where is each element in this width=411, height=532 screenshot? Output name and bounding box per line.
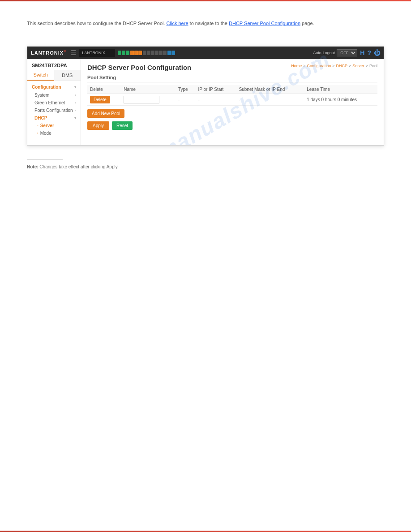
help-icon-btn[interactable]: ? [367,49,371,56]
row-ip-start-cell: - [196,94,236,105]
port-gray-1 [143,51,146,55]
port-orange-1 [130,51,134,55]
breadcrumb-sep2: > [332,64,334,68]
name-input[interactable] [124,96,159,103]
port-blue-2 [171,51,175,55]
sidebar-item-system[interactable]: System ‹ [27,91,81,99]
port-group-blue [167,51,175,55]
auto-logout-dropdown[interactable]: OFF [337,49,357,56]
breadcrumb: Home > Configuration > DHCP > Server > P… [291,64,377,68]
bottom-note-content: Changes take effect after clicking Apply… [39,164,118,169]
port-orange-3 [138,51,142,55]
reset-button[interactable]: Reset [112,121,133,130]
screenshot-container: LANTRONIX® ☰ LANTRONIX [27,46,384,146]
pool-setting-label: Pool Setting [87,75,377,82]
col-subnet-end: Subnet Mask or IP End [236,85,304,94]
bottom-note-title: Note: [27,164,39,169]
row-delete-cell: Delete [87,94,121,105]
port-blue-1 [167,51,171,55]
port-group-green [118,51,129,55]
top-icons: H ? ⏻ [360,49,380,56]
port-gray-4 [155,51,158,55]
auto-logout-label: Auto-Logout [313,51,335,55]
port-green-2 [122,51,125,55]
sidebar-item-server[interactable]: › Server [27,122,81,129]
sidebar-item-dhcp[interactable]: DHCP ▾ [27,114,81,122]
doc-bottom: Note: Changes take effect after clicking… [0,154,411,189]
home-icon-btn[interactable]: H [360,49,364,56]
system-chevron: ‹ [75,93,76,97]
breadcrumb-sep3: > [349,64,351,68]
sidebar-section-configuration[interactable]: Configuration ▾ [27,83,81,91]
col-ip-start: IP or IP Start [196,85,236,94]
doc-bottom-text: Note: Changes take effect after clicking… [27,163,384,171]
config-table: Delete Name Type IP or IP Start Subnet M… [87,85,377,106]
breadcrumb-home[interactable]: Home [291,64,302,68]
device-label: SM24TBT2DPA [27,59,81,70]
breadcrumb-dhcp[interactable]: DHCP [336,64,347,68]
tab-switch[interactable]: Switch [27,70,54,81]
sidebar-item-green-ethernet[interactable]: Green Ethernet ‹ [27,99,81,107]
port-group-orange [130,51,142,55]
logout-icon-btn[interactable]: ⏻ [374,49,380,56]
doc-link-2[interactable]: DHCP Server Pool Configuration [229,21,300,26]
sidebar: SM24TBT2DPA Switch DMS Configuration ▾ S… [27,59,81,145]
port-orange-2 [134,51,138,55]
breadcrumb-pool: Pool [369,64,377,68]
port-group-gray [143,51,167,55]
doc-area: This section describes how to configure … [0,1,411,42]
breadcrumb-config[interactable]: Configuration [307,64,331,68]
panel-header: DHCP Server Pool Configuration Home > Co… [87,64,377,71]
col-delete: Delete [87,85,121,94]
col-name: Name [121,85,176,94]
tab-dms[interactable]: DMS [54,70,81,81]
port-gray-3 [151,51,154,55]
doc-top-paragraph: This section describes how to configure … [27,19,384,28]
lantronix-logo: LANTRONIX® [31,50,66,56]
table-row: Delete - - - 1 days 0 hours 0 minutes [87,94,377,105]
action-row: Apply Reset [87,121,377,130]
top-bar: LANTRONIX® ☰ LANTRONIX [27,47,384,59]
green-ethernet-chevron: ‹ [75,101,76,105]
sidebar-section-configuration-label: Configuration [32,85,61,90]
row-name-cell [121,94,176,105]
breadcrumb-sep4: > [366,64,368,68]
sidebar-item-mode[interactable]: › Mode [27,129,81,137]
port-gray-6 [163,51,167,55]
main-content: SM24TBT2DPA Switch DMS Configuration ▾ S… [27,59,384,145]
row-lease-time-cell: 1 days 0 hours 0 minutes [304,94,377,105]
tab-row: Switch DMS [27,70,81,81]
row-type-cell: - [176,94,196,105]
switch-ui: LANTRONIX® ☰ LANTRONIX [27,47,384,145]
port-visual [118,51,310,55]
breadcrumb-server[interactable]: Server [352,64,364,68]
auto-logout-area: Auto-Logout OFF [313,49,357,56]
col-lease-time: Lease Time [304,85,377,94]
port-gray-5 [159,51,163,55]
panel-title: DHCP Server Pool Configuration [87,64,191,71]
breadcrumb-sep1: > [303,64,305,68]
configuration-chevron: ▾ [74,85,76,89]
panel: DHCP Server Pool Configuration Home > Co… [81,59,384,145]
row-subnet-end-cell: - [236,94,304,105]
sidebar-item-ports-configuration[interactable]: Ports Configuration ‹ [27,107,81,114]
port-green-3 [126,51,129,55]
hamburger-icon[interactable]: ☰ [71,49,77,56]
page: This section describes how to configure … [0,0,411,532]
doc-bottom-line [27,159,63,159]
bottom-page-num [0,189,411,202]
port-green-1 [118,51,121,55]
dhcp-chevron: ▾ [74,116,76,120]
ports-config-chevron: ‹ [75,108,76,112]
delete-button[interactable]: Delete [90,96,110,103]
port-gray-2 [147,51,150,55]
apply-button[interactable]: Apply [87,121,109,130]
table-header-row: Delete Name Type IP or IP Start Subnet M… [87,85,377,94]
col-type: Type [176,85,196,94]
doc-link-1[interactable]: Click here [167,21,188,26]
sidebar-menu: Configuration ▾ System ‹ Green Ethernet … [27,81,81,139]
add-new-pool-button[interactable]: Add New Pool [87,109,124,118]
device-name-bar: LANTRONIX [79,49,115,57]
